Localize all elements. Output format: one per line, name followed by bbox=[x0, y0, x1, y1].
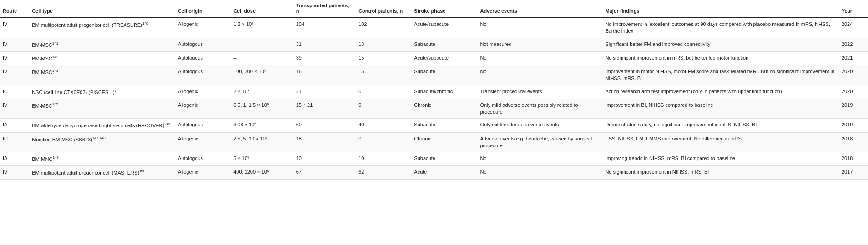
cell-control: 0 bbox=[356, 99, 411, 119]
cell-cellorigin: Allogenic bbox=[175, 99, 231, 119]
cell-adverse: No bbox=[477, 51, 602, 65]
cell-cellorigin: Autologous bbox=[175, 119, 231, 132]
cell-stroke: Subacute bbox=[411, 38, 477, 51]
cell-route: IV bbox=[0, 51, 29, 65]
cell-celltype: BM-MSC142 bbox=[29, 51, 175, 65]
header-celltype: Cell type bbox=[29, 0, 175, 18]
cell-celldose: – bbox=[231, 38, 293, 51]
cell-stroke: Acute/subacute bbox=[411, 18, 477, 38]
cell-control: 40 bbox=[356, 119, 411, 132]
cell-control: 15 bbox=[356, 65, 411, 85]
cell-stroke: Chronic bbox=[411, 132, 477, 152]
cell-route: IA bbox=[0, 119, 29, 132]
table-header-row: Route Cell type Cell origin Cell dose Tr… bbox=[0, 0, 868, 18]
cell-transplanted: 39 bbox=[293, 51, 356, 65]
cell-transplanted: 16 bbox=[293, 65, 356, 85]
table-row: IABM-MNC149Autologous5 × 10⁸1010Subacute… bbox=[0, 152, 868, 166]
cell-stroke: Acute/subacute bbox=[411, 51, 477, 65]
table-row: ICNSC (cell line CTX0E03) (PISCES-II)144… bbox=[0, 85, 868, 99]
cell-year: 2022 bbox=[839, 38, 868, 51]
cell-route: IV bbox=[0, 65, 29, 85]
cell-cellorigin: Autologous bbox=[175, 65, 231, 85]
cell-year: 2018 bbox=[839, 152, 868, 166]
cell-stroke: Subacute bbox=[411, 152, 477, 166]
cell-adverse: No bbox=[477, 65, 602, 85]
cell-control: 15 bbox=[356, 51, 411, 65]
cell-adverse: Adverse events e.g. headache, caused by … bbox=[477, 132, 602, 152]
cell-control: 0 bbox=[356, 132, 411, 152]
table-row: IVBM-MSC145Allogenic0.5, 1, 1.5 × 10⁶15 … bbox=[0, 99, 868, 119]
cell-transplanted: 31 bbox=[293, 38, 356, 51]
cell-year: 2020 bbox=[839, 65, 868, 85]
cell-cellorigin: Allogenic bbox=[175, 132, 231, 152]
cell-transplanted: 18 bbox=[293, 132, 356, 152]
cell-year: 2021 bbox=[839, 51, 868, 65]
cell-major: Significant better FM and improved conne… bbox=[602, 38, 838, 51]
cell-celldose: 5 × 10⁸ bbox=[231, 152, 293, 166]
cell-adverse: No bbox=[477, 152, 602, 166]
cell-stroke: Subacute/chronic bbox=[411, 85, 477, 99]
table-row: IVBM-MSC141Autologous–3113SubacuteNot me… bbox=[0, 38, 868, 51]
cell-control: 102 bbox=[356, 18, 411, 38]
cell-celltype: Modified BM-MSC (SB623)147,148 bbox=[29, 132, 175, 152]
cell-celldose: 400, 1200 × 10⁶ bbox=[231, 166, 293, 180]
cell-route: IV bbox=[0, 38, 29, 51]
cell-adverse: Only mild/moderate adverse events bbox=[477, 119, 602, 132]
cell-major: No improvement in 'excellent' outcomes a… bbox=[602, 18, 838, 38]
table-row: IVBM multipotent adult progenitor cell (… bbox=[0, 18, 868, 38]
cell-adverse: Only mild adverse events possibly relate… bbox=[477, 99, 602, 119]
cell-celldose: 2.5, 5, 10 × 10⁶ bbox=[231, 132, 293, 152]
cell-stroke: Chronic bbox=[411, 99, 477, 119]
cell-major: ESS, NIHSS, FM, FMMS improvement. No dif… bbox=[602, 132, 838, 152]
cell-major: No significant improvement in NIHSS, mRS… bbox=[602, 166, 838, 180]
cell-celltype: BM-MSC145 bbox=[29, 99, 175, 119]
cell-cellorigin: Allogenic bbox=[175, 85, 231, 99]
cell-route: IV bbox=[0, 99, 29, 119]
cell-celltype: BM-aldehyde dehydrogenase bright stem ce… bbox=[29, 119, 175, 132]
cell-celldose: 3.08 × 10⁶ bbox=[231, 119, 293, 132]
header-major: Major findings bbox=[602, 0, 838, 18]
header-cellorigin: Cell origin bbox=[175, 0, 231, 18]
cell-cellorigin: Allogenic bbox=[175, 166, 231, 180]
cell-year: 2019 bbox=[839, 99, 868, 119]
cell-major: Improvement in motor-NIHSS, motor FM sco… bbox=[602, 65, 838, 85]
cell-cellorigin: Allogenic bbox=[175, 18, 231, 38]
cell-celltype: BM multipotent adult progenitor cell (TR… bbox=[29, 18, 175, 38]
cell-adverse: No bbox=[477, 166, 602, 180]
cell-major: Demonstrated safety, no significant impr… bbox=[602, 119, 838, 132]
table-row: IVBM-MSC143Autologous100, 300 × 10⁶1615S… bbox=[0, 65, 868, 85]
cell-celltype: BM-MSC141 bbox=[29, 38, 175, 51]
header-transplanted: Transplanted patients, n bbox=[293, 0, 356, 18]
main-table: Route Cell type Cell origin Cell dose Tr… bbox=[0, 0, 868, 180]
cell-celldose: 100, 300 × 10⁶ bbox=[231, 65, 293, 85]
cell-route: IC bbox=[0, 132, 29, 152]
cell-route: IC bbox=[0, 85, 29, 99]
cell-adverse: Not measured bbox=[477, 38, 602, 51]
cell-control: 62 bbox=[356, 166, 411, 180]
cell-major: Action research arm test improvement (on… bbox=[602, 85, 838, 99]
table-row: IVBM multipotent adult progenitor cell (… bbox=[0, 166, 868, 180]
cell-transplanted: 60 bbox=[293, 119, 356, 132]
cell-route: IV bbox=[0, 166, 29, 180]
cell-cellorigin: Autologous bbox=[175, 51, 231, 65]
cell-major: Improvement in BI, NIHSS compared to bas… bbox=[602, 99, 838, 119]
cell-celldose: 2 × 10⁷ bbox=[231, 85, 293, 99]
cell-route: IV bbox=[0, 18, 29, 38]
cell-celltype: BM multipotent adult progenitor cell (MA… bbox=[29, 166, 175, 180]
cell-stroke: Subacute bbox=[411, 65, 477, 85]
table-row: ICModified BM-MSC (SB623)147,148Allogeni… bbox=[0, 132, 868, 152]
cell-year: 2018 bbox=[839, 132, 868, 152]
cell-major: Improving trends in NIHSS, mRS, BI compa… bbox=[602, 152, 838, 166]
header-adverse: Adverse events bbox=[477, 0, 602, 18]
cell-year: 2024 bbox=[839, 18, 868, 38]
cell-transplanted: 67 bbox=[293, 166, 356, 180]
cell-adverse: Transient procedural events bbox=[477, 85, 602, 99]
header-year: Year bbox=[839, 0, 868, 18]
cell-stroke: Acute bbox=[411, 166, 477, 180]
cell-control: 13 bbox=[356, 38, 411, 51]
header-celldose: Cell dose bbox=[231, 0, 293, 18]
cell-adverse: No bbox=[477, 18, 602, 38]
cell-year: 2019 bbox=[839, 119, 868, 132]
table-row: IABM-aldehyde dehydrogenase bright stem … bbox=[0, 119, 868, 132]
cell-cellorigin: Autologous bbox=[175, 38, 231, 51]
